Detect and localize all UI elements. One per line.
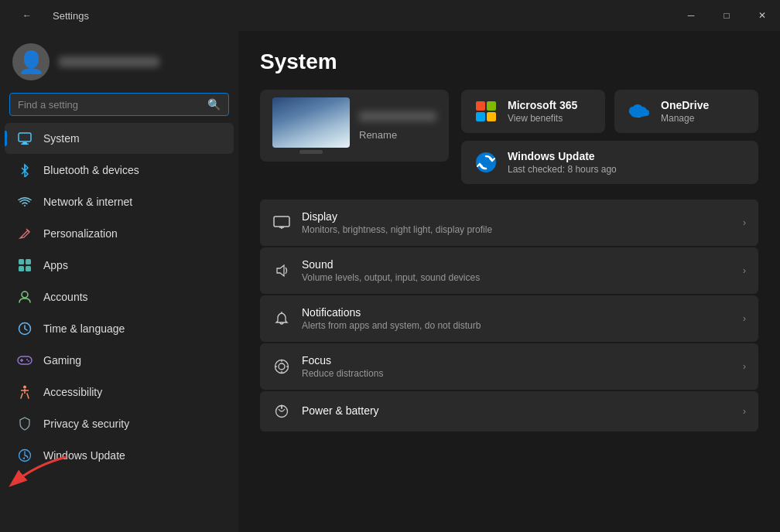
sidebar: 👤 🔍 System <box>0 31 238 532</box>
sidebar-item-label: System <box>43 132 80 145</box>
bluetooth-icon <box>17 162 32 178</box>
sound-title: Sound <box>302 258 480 271</box>
svg-rect-2 <box>21 144 29 145</box>
chevron-icon: › <box>743 217 746 228</box>
settings-item-focus[interactable]: Focus Reduce distractions › <box>260 343 758 390</box>
sidebar-item-personalization[interactable]: Personalization <box>5 218 234 249</box>
user-name <box>59 56 159 67</box>
monitor-stand <box>299 150 323 154</box>
onedrive-text: OneDrive Manage <box>661 99 709 124</box>
sidebar-item-label: Privacy & security <box>43 418 129 430</box>
power-text: Power & battery <box>302 404 379 418</box>
user-profile[interactable]: 👤 <box>0 31 238 90</box>
settings-list: Display Monitors, brightness, night ligh… <box>260 200 758 431</box>
accessibility-icon <box>17 384 32 400</box>
gaming-icon <box>17 353 32 368</box>
winupdate-title: Windows Update <box>508 150 617 162</box>
search-input[interactable] <box>18 99 201 111</box>
privacy-icon <box>17 416 32 431</box>
focus-text: Focus Reduce distractions <box>302 354 383 379</box>
focus-title: Focus <box>302 354 383 367</box>
focus-icon <box>272 357 291 376</box>
svg-rect-10 <box>18 356 32 364</box>
rename-button[interactable]: Rename <box>359 129 436 141</box>
sound-text: Sound Volume levels, output, input, soun… <box>302 258 480 283</box>
sidebar-item-privacy[interactable]: Privacy & security <box>5 408 234 439</box>
svg-rect-25 <box>274 217 289 227</box>
sidebar-item-label: Bluetooth & devices <box>43 164 139 176</box>
svg-point-13 <box>26 359 28 360</box>
app-title: Settings <box>53 10 89 22</box>
winupdate-text: Windows Update Last checked: 8 hours ago <box>508 150 617 175</box>
sidebar-item-label: Accounts <box>43 291 88 303</box>
svg-point-8 <box>22 292 28 298</box>
sidebar-item-label: Gaming <box>43 354 81 367</box>
sidebar-item-time[interactable]: Time & language <box>5 313 234 344</box>
svg-rect-22 <box>476 112 485 121</box>
notifications-icon <box>272 309 291 328</box>
widget-onedrive[interactable]: OneDrive Manage <box>614 90 758 133</box>
settings-item-power[interactable]: Power & battery › <box>260 391 758 431</box>
notifications-text: Notifications Alerts from apps and syste… <box>302 306 481 331</box>
close-button[interactable]: ✕ <box>744 0 780 31</box>
winupdate-subtitle: Last checked: 8 hours ago <box>508 164 617 175</box>
sidebar-item-label: Personalization <box>43 227 118 240</box>
maximize-button[interactable]: □ <box>709 0 744 31</box>
sidebar-item-label: Apps <box>43 259 68 271</box>
sound-icon <box>272 261 291 280</box>
sidebar-item-gaming[interactable]: Gaming <box>5 345 234 376</box>
search-box[interactable]: 🔍 <box>9 93 229 116</box>
widget-row-top: Microsoft 365 View benefits <box>461 90 758 133</box>
page-title: System <box>260 49 758 74</box>
m365-icon <box>474 99 498 124</box>
sidebar-nav: System Bluetooth & devices <box>0 122 238 472</box>
accounts-icon <box>17 289 32 305</box>
sidebar-item-label: Network & internet <box>43 196 132 208</box>
content-area: System Rename <box>238 31 780 532</box>
back-icon: ← <box>22 10 32 21</box>
svg-rect-21 <box>487 101 496 111</box>
minimize-button[interactable]: ─ <box>673 0 709 31</box>
svg-rect-6 <box>19 266 24 271</box>
titlebar: ← Settings ─ □ ✕ <box>0 0 780 31</box>
monitor-card[interactable]: Rename <box>260 90 449 162</box>
time-icon <box>17 321 32 336</box>
chevron-icon: › <box>743 406 746 417</box>
svg-rect-23 <box>487 112 496 121</box>
sidebar-item-system[interactable]: System <box>5 123 234 154</box>
sidebar-item-network[interactable]: Network & internet <box>5 186 234 217</box>
chevron-icon: › <box>743 313 746 324</box>
sound-desc: Volume levels, output, input, sound devi… <box>302 272 480 283</box>
sidebar-item-windowsupdate[interactable]: Windows Update <box>5 440 234 471</box>
monitor-name-blurred <box>359 111 436 121</box>
power-title: Power & battery <box>302 404 379 417</box>
widget-windowsupdate[interactable]: Windows Update Last checked: 8 hours ago <box>461 141 758 184</box>
personalization-icon <box>17 226 32 241</box>
focus-desc: Reduce distractions <box>302 368 383 379</box>
sidebar-item-apps[interactable]: Apps <box>5 250 234 281</box>
chevron-icon: › <box>743 265 746 276</box>
svg-point-28 <box>275 360 289 373</box>
power-icon <box>272 402 291 421</box>
sidebar-item-bluetooth[interactable]: Bluetooth & devices <box>5 155 234 186</box>
settings-item-sound[interactable]: Sound Volume levels, output, input, soun… <box>260 247 758 294</box>
widget-microsoft365[interactable]: Microsoft 365 View benefits <box>461 90 605 133</box>
onedrive-icon <box>627 99 652 124</box>
right-widgets: Microsoft 365 View benefits <box>461 90 758 184</box>
m365-subtitle: View benefits <box>508 113 577 124</box>
monitor-preview <box>272 97 350 148</box>
settings-item-display[interactable]: Display Monitors, brightness, night ligh… <box>260 200 758 246</box>
sidebar-item-accessibility[interactable]: Accessibility <box>5 377 234 408</box>
widgets-row: Rename <box>260 90 758 184</box>
sidebar-item-label: Time & language <box>43 322 125 335</box>
m365-title: Microsoft 365 <box>508 99 577 111</box>
svg-rect-20 <box>476 101 485 111</box>
back-button[interactable]: ← <box>9 0 45 31</box>
onedrive-title: OneDrive <box>661 99 709 111</box>
settings-item-notifications[interactable]: Notifications Alerts from apps and syste… <box>260 295 758 342</box>
onedrive-subtitle: Manage <box>661 113 709 124</box>
apps-icon <box>17 257 32 273</box>
display-icon <box>272 213 291 232</box>
sidebar-item-accounts[interactable]: Accounts <box>5 281 234 312</box>
window-controls: ─ □ ✕ <box>673 0 780 31</box>
